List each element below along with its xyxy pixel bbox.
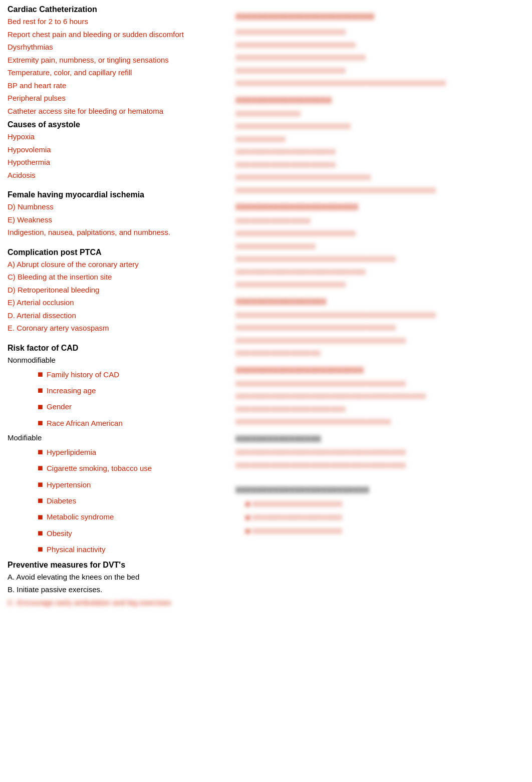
preventive-dvt-section: Preventive measures for DVT's A. Avoid e…: [8, 561, 223, 609]
risk-cigarette: ■ Cigarette smoking, tobacco use: [38, 460, 223, 476]
item-peripheral-pulses: Peripheral pulses: [8, 92, 223, 105]
risk-obesity: ■ Obesity: [38, 525, 223, 541]
preventive-dvt-title: Preventive measures for DVT's: [8, 561, 223, 570]
item-bed-rest: Bed rest for 2 to 6 hours: [8, 15, 223, 28]
item-bp-heart: BP and heart rate: [8, 79, 223, 92]
cardiac-cath-section: Cardiac Catheterization Bed rest for 2 t…: [8, 5, 223, 117]
item-coronary-vasospasm: E. Coronary artery vasospasm: [8, 322, 223, 335]
item-arterial-dissection: D. Arterial dissection: [8, 309, 223, 322]
diabetes-text: Diabetes: [47, 494, 76, 507]
bullet-icon: ■: [38, 525, 47, 541]
item-avoid-elevating: A. Avoid elevating the knees on the bed: [8, 571, 223, 584]
risk-family-history: ■ Family history of CAD: [38, 366, 223, 382]
female-myocardial-title: Female having myocardial ischemia: [8, 190, 223, 199]
bullet-icon: ■: [38, 415, 47, 431]
bullet-icon: ■: [38, 509, 47, 525]
item-catheter-access: Catheter access site for bleeding or hem…: [8, 105, 223, 118]
modifiable-label: Modifiable: [8, 431, 223, 444]
bullet-icon: ■: [38, 444, 47, 460]
item-bleeding-insertion: C) Bleeding at the insertion site: [8, 271, 223, 284]
bullet-icon: ■: [38, 399, 47, 415]
bullet-icon: ■: [38, 366, 47, 382]
risk-metabolic: ■ Metabolic syndrome: [38, 509, 223, 525]
bullet-icon: ■: [38, 476, 47, 492]
bullet-icon: ■: [38, 541, 47, 557]
family-history-text: Family history of CAD: [47, 368, 119, 381]
race-text: Race African American: [47, 416, 123, 430]
item-weakness: E) Weakness: [8, 213, 223, 226]
right-column: XXXXXXXXXXXXXXXXXXXXXXXXXX XXXXXXXXXXXXX…: [235, 10, 526, 538]
hyperlipidemia-text: Hyperlipidemia: [47, 445, 96, 459]
item-acidosis: Acidosis: [8, 169, 223, 182]
item-dysrhythmias: Dysrhythmias: [8, 41, 223, 54]
item-hypoxia: Hypoxia: [8, 130, 223, 143]
bullet-icon: ■: [38, 460, 47, 476]
item-passive-exercises: B. Initiate passive exercises.: [8, 583, 223, 596]
causes-asystole-section: Causes of asystole Hypoxia Hypovolemia H…: [8, 120, 223, 181]
item-retroperitoneal: D) Retroperitoneal bleeding: [8, 284, 223, 297]
risk-factor-cad-section: Risk factor of CAD Nonmodifiable ■ Famil…: [8, 344, 223, 558]
risk-physical-inactivity: ■ Physical inactivity: [38, 541, 223, 557]
cigarette-text: Cigarette smoking, tobacco use: [47, 461, 152, 475]
cardiac-cath-title: Cardiac Catheterization: [8, 5, 223, 14]
female-myocardial-section: Female having myocardial ischemia D) Num…: [8, 190, 223, 239]
metabolic-text: Metabolic syndrome: [47, 510, 114, 524]
complication-ptca-section: Complication post PTCA A) Abrupt closure…: [8, 248, 223, 335]
hypertension-text: Hypertension: [47, 478, 91, 491]
item-arterial-occlusion: E) Arterial occlusion: [8, 296, 223, 309]
nonmodifiable-label: Nonmodifiable: [8, 354, 223, 367]
item-hypothermia: Hypothermia: [8, 156, 223, 169]
item-report-chest: Report chest pain and bleeding or sudden…: [8, 28, 223, 41]
risk-factor-cad-title: Risk factor of CAD: [8, 344, 223, 353]
bullet-icon: ■: [38, 492, 47, 508]
obesity-text: Obesity: [47, 527, 72, 540]
bullet-icon: ■: [38, 382, 47, 398]
complication-ptca-title: Complication post PTCA: [8, 248, 223, 257]
item-indigestion: Indigestion, nausea, palpitations, and n…: [8, 226, 223, 239]
right-col-content: XXXXXXXXXXXXXXXXXXXXXXXXXX XXXXXXXXXXXXX…: [235, 10, 526, 538]
causes-asystole-title: Causes of asystole: [8, 120, 223, 129]
item-extremity-pain: Extremity pain, numbness, or tingling se…: [8, 54, 223, 67]
item-blurred-c: C. Encourage early ambulation and leg ex…: [8, 596, 223, 609]
risk-race: ■ Race African American: [38, 415, 223, 431]
item-hypovolemia: Hypovolemia: [8, 143, 223, 156]
risk-diabetes: ■ Diabetes: [38, 492, 223, 508]
risk-gender: ■ Gender: [38, 399, 223, 415]
physical-inactivity-text: Physical inactivity: [47, 543, 106, 556]
increasing-age-text: Increasing age: [47, 384, 96, 397]
item-temperature: Temperature, color, and capillary refill: [8, 66, 223, 79]
risk-hypertension: ■ Hypertension: [38, 476, 223, 492]
risk-increasing-age: ■ Increasing age: [38, 382, 223, 398]
gender-text: Gender: [47, 400, 72, 413]
item-numbness: D) Numbness: [8, 200, 223, 213]
risk-hyperlipidemia: ■ Hyperlipidemia: [38, 444, 223, 460]
item-abrupt-closure: A) Abrupt closure of the coronary artery: [8, 258, 223, 271]
